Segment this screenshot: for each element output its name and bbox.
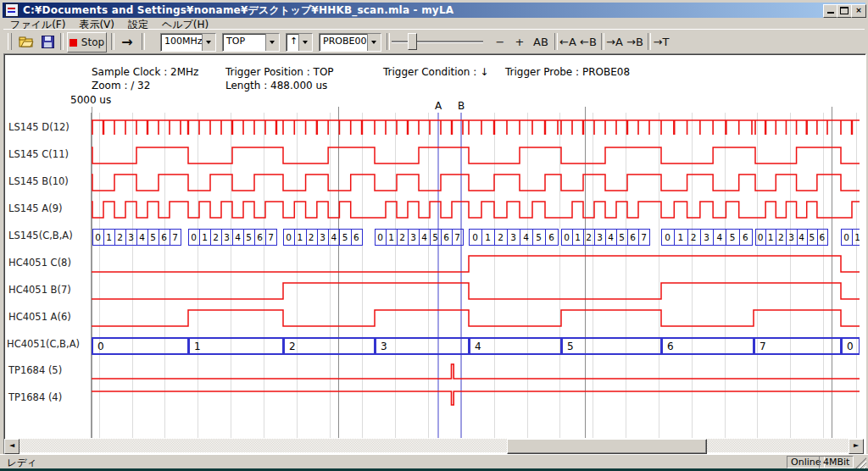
chevron-down-icon[interactable] — [202, 34, 215, 51]
svg-text:5: 5 — [432, 232, 438, 242]
svg-text:6: 6 — [548, 232, 554, 242]
svg-text:2: 2 — [691, 232, 697, 242]
svg-text:7: 7 — [641, 232, 647, 242]
trigger-probe-text: Trigger Probe : PROBE08 — [505, 66, 630, 78]
svg-text:4: 4 — [523, 232, 529, 242]
svg-text:5: 5 — [809, 232, 815, 242]
svg-text:0: 0 — [758, 232, 764, 242]
status-ready-text: レディ — [7, 457, 36, 469]
svg-text:6: 6 — [820, 232, 826, 242]
sample-rate-combo[interactable]: 100MHz — [160, 33, 216, 52]
svg-text:1: 1 — [202, 232, 208, 242]
sample-clock-text: Sample Clock : 2MHz — [92, 66, 198, 78]
title-bar[interactable]: C:¥Documents and Settings¥noname¥デスクトップ¥… — [3, 3, 865, 18]
save-button[interactable] — [37, 32, 58, 51]
stop-button[interactable]: Stop — [67, 32, 107, 53]
svg-text:2: 2 — [309, 232, 314, 242]
svg-text:0: 0 — [377, 232, 383, 242]
svg-text:5: 5 — [567, 341, 574, 352]
channel-label: LS145 D(12) — [8, 121, 70, 133]
svg-text:6: 6 — [161, 232, 167, 242]
svg-text:3: 3 — [788, 232, 794, 242]
scroll-left-button[interactable]: ◄ — [4, 439, 19, 454]
wave-hc4051-c-b-a-: 012345670 — [92, 338, 860, 354]
open-folder-icon — [19, 36, 34, 48]
trigger-probe-combo[interactable]: PROBE00 — [319, 33, 381, 52]
length-text: Length : 488.000 us — [225, 80, 327, 91]
close-button[interactable]: × — [851, 4, 866, 18]
trigger-position-combo[interactable]: TOP — [222, 33, 280, 52]
goto-a-button[interactable]: →A — [604, 32, 625, 51]
goto-a-back-button[interactable]: ←A — [558, 32, 578, 51]
resize-grip[interactable] — [855, 457, 866, 468]
chevron-down-icon[interactable] — [367, 34, 381, 51]
channel-label: LS145(C,B,A) — [8, 230, 73, 241]
toolbar: Stop → 100MHzTOP↑PROBE00−+AB←A←B→A→B→T — [3, 29, 865, 54]
svg-text:7: 7 — [760, 341, 766, 352]
zoom-slider-track[interactable] — [392, 41, 483, 43]
svg-text:2: 2 — [399, 232, 405, 242]
status-bar: レディ Online 4MBit — [0, 454, 868, 469]
svg-text:1: 1 — [298, 232, 303, 242]
svg-text:0: 0 — [95, 232, 101, 242]
svg-text:0: 0 — [564, 232, 570, 242]
chevron-down-icon[interactable] — [265, 34, 279, 51]
svg-text:4: 4 — [421, 232, 427, 242]
channel-label: LS145 C(11) — [8, 148, 69, 160]
sample-rate-combo-value: 100MHz — [161, 34, 202, 51]
zoom-in-button[interactable]: + — [512, 32, 527, 51]
svg-text:2: 2 — [289, 341, 296, 352]
svg-text:5: 5 — [536, 232, 542, 242]
cursor-ab-button[interactable]: AB — [530, 32, 552, 51]
svg-text:3: 3 — [320, 232, 326, 242]
svg-text:5: 5 — [246, 232, 252, 242]
maximize-button[interactable] — [837, 4, 852, 18]
window-title: C:¥Documents and Settings¥noname¥デスクトップ¥… — [23, 3, 453, 18]
svg-text:1: 1 — [768, 232, 774, 242]
svg-text:0: 0 — [843, 232, 849, 242]
wave-ls145-c-b-a-: 0123456701234567012345601234567012345601… — [93, 230, 860, 246]
scroll-right-button[interactable]: ► — [849, 439, 864, 454]
chevron-down-icon[interactable] — [298, 34, 312, 51]
svg-text:2: 2 — [213, 232, 219, 242]
zoom-out-button[interactable]: − — [492, 32, 508, 51]
toolbar-separator — [60, 33, 64, 50]
svg-text:2: 2 — [498, 232, 504, 242]
svg-text:1: 1 — [106, 232, 112, 242]
run-button[interactable]: → — [116, 32, 138, 51]
goto-b-button[interactable]: →B — [625, 32, 645, 51]
toolbar-separator — [111, 33, 114, 50]
toolbar-separator — [142, 33, 145, 50]
status-memory-badge: 4MBit — [819, 456, 854, 468]
app-icon — [5, 3, 19, 17]
svg-text:0: 0 — [191, 232, 197, 242]
wave-ls145-a-9- — [92, 202, 860, 218]
svg-text:1: 1 — [575, 232, 581, 242]
svg-text:4: 4 — [139, 232, 145, 242]
channel-label: LS145 B(10) — [8, 175, 69, 187]
wave-ls145-c-11- — [92, 147, 860, 163]
scroll-thumb[interactable] — [507, 439, 707, 454]
svg-text:4: 4 — [475, 341, 481, 352]
svg-text:4: 4 — [716, 232, 722, 242]
svg-text:3: 3 — [597, 232, 603, 242]
svg-text:6: 6 — [257, 232, 263, 242]
svg-text:0: 0 — [665, 232, 670, 242]
svg-text:0: 0 — [472, 232, 478, 242]
trigger-condition-text: Trigger Condition : ↓ — [383, 66, 488, 78]
trigger-position-combo-value: TOP — [223, 34, 265, 51]
zoom-slider-thumb[interactable] — [408, 33, 417, 50]
goto-trigger-button[interactable]: →T — [651, 32, 671, 51]
trigger-position-text: Trigger Position : TOP — [225, 66, 334, 78]
channel-label: HC4051 C(8) — [8, 257, 71, 269]
time-scale-label: 5000 us — [70, 94, 111, 106]
open-file-button[interactable] — [16, 32, 36, 51]
svg-text:3: 3 — [704, 232, 709, 242]
goto-b-back-button[interactable]: ←B — [578, 32, 598, 51]
svg-text:0: 0 — [97, 341, 104, 352]
toolbar-grip[interactable] — [8, 33, 12, 50]
trigger-edge-combo[interactable]: ↑ — [286, 33, 313, 52]
horizontal-scrollbar[interactable]: ◄ ► — [4, 439, 864, 452]
waveform-canvas[interactable]: 0123456701234567012345601234567012345601… — [92, 107, 860, 438]
svg-text:4: 4 — [235, 232, 241, 242]
